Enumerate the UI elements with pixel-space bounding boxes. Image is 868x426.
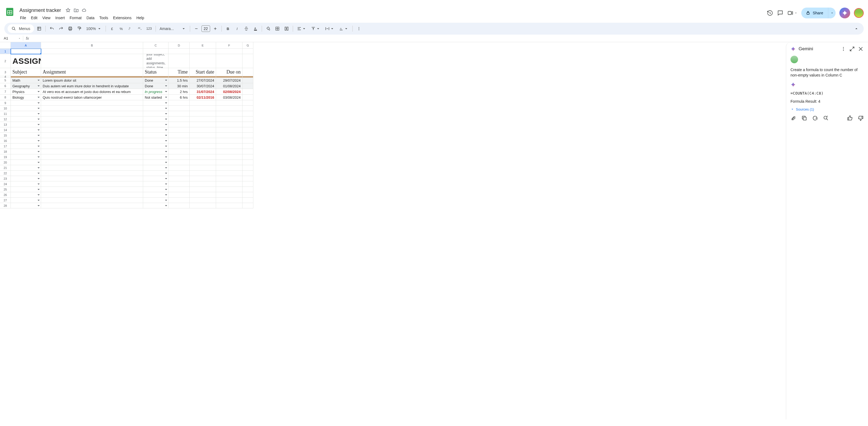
cell[interactable] xyxy=(143,171,168,176)
search-menus[interactable]: Menus xyxy=(7,24,34,33)
star-icon[interactable] xyxy=(65,7,71,13)
copy-icon[interactable] xyxy=(801,115,807,121)
col-header-G[interactable]: G xyxy=(243,42,253,49)
cell[interactable] xyxy=(143,100,168,106)
cell[interactable] xyxy=(190,54,216,68)
cell[interactable] xyxy=(190,138,216,144)
cell-start[interactable]: 30/07/2024 xyxy=(190,83,216,89)
percent-button[interactable]: % xyxy=(117,25,125,33)
cell-start[interactable]: 31/07/2024 xyxy=(190,89,216,94)
cell[interactable] xyxy=(41,49,143,54)
cell[interactable] xyxy=(143,181,168,187)
cell[interactable] xyxy=(190,122,216,127)
cell[interactable] xyxy=(168,171,190,176)
cell[interactable] xyxy=(11,160,41,165)
cell[interactable] xyxy=(243,198,253,203)
cell[interactable] xyxy=(11,116,41,122)
row-header[interactable]: 16 xyxy=(0,138,11,144)
cell[interactable] xyxy=(216,165,243,171)
share-dropdown[interactable] xyxy=(828,7,836,18)
row-header[interactable]: 21 xyxy=(0,165,11,171)
cell-assignment[interactable]: Quis nostrud exerci tation ullamcorper xyxy=(41,94,143,100)
cell[interactable] xyxy=(243,106,253,111)
cell[interactable] xyxy=(243,127,253,133)
cell[interactable] xyxy=(168,116,190,122)
cell-time[interactable]: 2 hrs xyxy=(168,89,190,94)
cell-status[interactable]: Done xyxy=(143,78,168,83)
menu-tools[interactable]: Tools xyxy=(97,15,111,21)
cell[interactable] xyxy=(243,203,253,208)
cell[interactable] xyxy=(243,160,253,165)
cell[interactable] xyxy=(216,198,243,203)
cell[interactable] xyxy=(216,187,243,192)
cell[interactable] xyxy=(11,144,41,149)
cell[interactable] xyxy=(190,149,216,154)
cell[interactable] xyxy=(190,176,216,181)
cell[interactable] xyxy=(243,165,253,171)
select-all-corner[interactable] xyxy=(0,42,11,49)
cell[interactable] xyxy=(11,165,41,171)
cell[interactable] xyxy=(11,100,41,106)
doc-title[interactable]: Assignment tracker xyxy=(18,7,63,14)
cell[interactable] xyxy=(143,165,168,171)
cell[interactable] xyxy=(11,122,41,127)
row-header[interactable]: 15 xyxy=(0,133,11,138)
cell[interactable] xyxy=(243,187,253,192)
cell-start[interactable]: 27/07/2024 xyxy=(190,78,216,83)
cell[interactable] xyxy=(143,144,168,149)
cell-assignment[interactable]: Duis autem vel eum iriure dolor in hendr… xyxy=(41,83,143,89)
insert-icon[interactable] xyxy=(790,115,797,121)
cell[interactable] xyxy=(143,138,168,144)
thumbs-down-icon[interactable] xyxy=(858,115,864,121)
cell[interactable] xyxy=(216,203,243,208)
cell[interactable] xyxy=(168,133,190,138)
col-header-E[interactable]: E xyxy=(190,42,216,49)
cell-subject[interactable]: Physics xyxy=(11,89,41,94)
cell[interactable] xyxy=(190,187,216,192)
cell[interactable] xyxy=(190,154,216,160)
retry-icon[interactable] xyxy=(812,115,818,121)
cell[interactable] xyxy=(41,149,143,154)
v-align-icon[interactable] xyxy=(309,25,322,33)
sheets-view-icon[interactable] xyxy=(35,25,43,33)
cell[interactable] xyxy=(143,106,168,111)
cell[interactable] xyxy=(216,138,243,144)
cell[interactable] xyxy=(41,181,143,187)
cell[interactable] xyxy=(243,111,253,116)
gemini-sources-toggle[interactable]: Sources (1) xyxy=(790,107,864,111)
cell[interactable] xyxy=(216,111,243,116)
cell[interactable] xyxy=(216,100,243,106)
cell[interactable] xyxy=(243,171,253,176)
cell[interactable] xyxy=(143,154,168,160)
cell[interactable] xyxy=(190,100,216,106)
cell[interactable] xyxy=(41,133,143,138)
col-header-B[interactable]: B xyxy=(41,42,143,49)
cell[interactable] xyxy=(143,133,168,138)
share-button[interactable]: Share xyxy=(801,7,828,18)
cell[interactable] xyxy=(41,176,143,181)
cell[interactable] xyxy=(41,106,143,111)
row-header[interactable]: 14 xyxy=(0,127,11,133)
menu-format[interactable]: Format xyxy=(67,15,84,21)
cell[interactable] xyxy=(11,127,41,133)
cell[interactable] xyxy=(11,187,41,192)
cell[interactable] xyxy=(11,176,41,181)
cell-time[interactable]: 30 min xyxy=(168,83,190,89)
cell[interactable] xyxy=(41,144,143,149)
history-icon[interactable] xyxy=(767,10,773,16)
cell[interactable] xyxy=(216,149,243,154)
cell[interactable] xyxy=(11,171,41,176)
col-header-C[interactable]: C xyxy=(143,42,168,49)
cell[interactable] xyxy=(216,122,243,127)
cell[interactable] xyxy=(11,111,41,116)
borders-icon[interactable] xyxy=(273,25,281,33)
menu-extensions[interactable]: Extensions xyxy=(111,15,133,21)
cell[interactable] xyxy=(243,83,253,89)
cell[interactable] xyxy=(143,160,168,165)
cell[interactable] xyxy=(168,176,190,181)
cell[interactable] xyxy=(143,198,168,203)
rotate-icon[interactable]: A xyxy=(337,25,350,33)
cell[interactable] xyxy=(11,138,41,144)
cell[interactable] xyxy=(243,78,253,83)
cell[interactable] xyxy=(168,198,190,203)
